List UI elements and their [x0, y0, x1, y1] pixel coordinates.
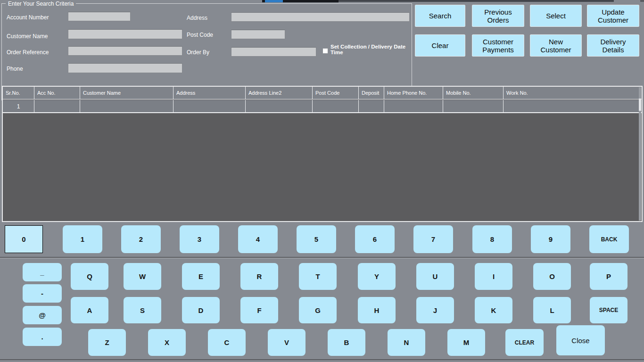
key-f[interactable]: F — [240, 297, 278, 323]
key-back[interactable]: BACK — [589, 225, 629, 253]
grid-cell[interactable] — [313, 100, 359, 112]
key-l[interactable]: L — [533, 297, 571, 323]
key-0[interactable]: 0 — [5, 225, 43, 253]
account-number-input[interactable] — [68, 12, 131, 21]
key-v[interactable]: V — [268, 329, 305, 356]
key-d[interactable]: D — [182, 297, 220, 323]
key-clear[interactable]: CLEAR — [505, 329, 544, 356]
key-5[interactable]: 5 — [297, 225, 336, 253]
grid-header-cell-post-code[interactable]: Post Code — [313, 87, 359, 99]
grid-cell-sr-no[interactable]: 1 — [3, 100, 34, 112]
key-k[interactable]: K — [475, 297, 512, 323]
select-button[interactable]: Select — [530, 5, 582, 27]
grid-data-row[interactable]: 1 — [3, 100, 642, 113]
phone-input[interactable] — [68, 63, 182, 73]
grid-cell[interactable] — [173, 100, 246, 112]
post-code-input[interactable] — [231, 30, 285, 39]
grid-cell[interactable] — [504, 100, 642, 112]
grid-header-cell-acc-no[interactable]: Acc No. — [34, 87, 80, 99]
key-n[interactable]: N — [388, 329, 425, 356]
key-o[interactable]: O — [533, 263, 571, 290]
key-_[interactable]: _ — [23, 263, 62, 281]
top-window-sliver-corner — [640, 0, 644, 2]
grid-cell[interactable] — [359, 100, 384, 112]
key-6[interactable]: 6 — [355, 225, 395, 253]
key-j[interactable]: J — [416, 297, 454, 323]
order-by-label: Order By — [187, 49, 209, 56]
key-4[interactable]: 4 — [238, 225, 278, 253]
key-x[interactable]: X — [148, 329, 186, 356]
key-y[interactable]: Y — [358, 263, 396, 290]
top-window-sliver-accent — [265, 0, 283, 2]
key-space[interactable]: SPACE — [590, 297, 627, 323]
key-r[interactable]: R — [240, 263, 278, 290]
key-u[interactable]: U — [416, 263, 454, 290]
phone-label: Phone — [7, 66, 23, 72]
customer-name-label: Customer Name — [7, 33, 48, 40]
grid-scrollbar-thumb[interactable] — [639, 99, 641, 111]
customer-search-screen: Enter Your Search Criteria Account Numbe… — [0, 0, 644, 362]
address-input[interactable] — [231, 12, 410, 22]
key-8[interactable]: 8 — [472, 225, 512, 253]
set-collection-delivery-label: Set Collection / Delivery Date Time — [330, 44, 412, 55]
key-s[interactable]: S — [124, 297, 161, 323]
grid-header-row: Sr.No.Acc No.Customer NameAddressAddress… — [3, 87, 642, 99]
clear-button[interactable]: Clear — [415, 34, 465, 57]
update-customer-button[interactable]: Update Customer — [587, 5, 639, 27]
key--[interactable]: - — [23, 284, 62, 303]
key-h[interactable]: H — [358, 297, 396, 323]
key-1[interactable]: 1 — [63, 225, 102, 253]
set-collection-delivery-checkbox[interactable] — [322, 48, 328, 54]
key-g[interactable]: G — [299, 297, 337, 323]
new-customer-button[interactable]: New Customer — [530, 34, 582, 57]
key-a[interactable]: A — [71, 297, 108, 323]
key-w[interactable]: W — [124, 263, 161, 290]
grid-header-cell-customer-name[interactable]: Customer Name — [80, 87, 173, 99]
key-@[interactable]: @ — [23, 306, 62, 324]
grid-cell[interactable] — [246, 100, 313, 112]
post-code-label: Post Code — [187, 32, 213, 38]
order-by-input[interactable] — [231, 47, 316, 57]
delivery-details-button[interactable]: Delivery Details — [587, 34, 639, 57]
key-e[interactable]: E — [182, 263, 220, 290]
keyboard-divider-bottom — [0, 359, 644, 360]
customer-payments-button[interactable]: Customer Payments — [472, 34, 524, 57]
order-reference-input[interactable] — [68, 46, 182, 56]
grid-scrollbar[interactable] — [639, 87, 641, 221]
key-i[interactable]: I — [475, 263, 512, 290]
key-z[interactable]: Z — [88, 329, 126, 356]
previous-orders-button[interactable]: Previous Orders — [472, 5, 524, 27]
grid-cell[interactable] — [34, 100, 80, 112]
grid-header-cell-address[interactable]: Address — [173, 87, 246, 99]
grid-header-cell-home-phone-no[interactable]: Home Phone No. — [384, 87, 443, 99]
address-label: Address — [187, 15, 207, 21]
key-c[interactable]: C — [208, 329, 246, 356]
grid-cell[interactable] — [443, 100, 504, 112]
key-3[interactable]: 3 — [180, 225, 219, 253]
top-window-sliver-tail — [339, 0, 614, 2]
groupbox-title: Enter Your Search Criteria — [6, 0, 76, 7]
key-9[interactable]: 9 — [531, 225, 570, 253]
keyboard-divider-top-highlight — [0, 258, 644, 258]
key-2[interactable]: 2 — [121, 225, 161, 253]
key-7[interactable]: 7 — [413, 225, 453, 253]
grid-header-cell-mobile-no[interactable]: Mobile No. — [443, 87, 504, 99]
grid-header-cell-address-line2[interactable]: Address Line2 — [246, 87, 313, 99]
grid-header-cell-work-no[interactable]: Work No. — [504, 87, 642, 99]
key-close[interactable]: Close — [556, 325, 605, 355]
key-.[interactable]: . — [23, 328, 62, 346]
key-t[interactable]: T — [299, 263, 337, 290]
key-m[interactable]: M — [447, 329, 485, 356]
key-q[interactable]: Q — [71, 263, 108, 290]
key-p[interactable]: P — [590, 263, 627, 290]
account-number-label: Account Number — [7, 14, 49, 21]
grid-header-cell-deposit[interactable]: Deposit — [359, 87, 384, 99]
grid-cell[interactable] — [80, 100, 173, 112]
grid-cell[interactable] — [384, 100, 443, 112]
customer-results-grid: Sr.No.Acc No.Customer NameAddressAddress… — [2, 86, 643, 222]
key-b[interactable]: B — [328, 329, 365, 356]
customer-name-input[interactable] — [68, 29, 182, 39]
search-button[interactable]: Search — [415, 5, 465, 27]
order-reference-label: Order Reference — [7, 49, 49, 56]
grid-header-cell-sr-no[interactable]: Sr.No. — [3, 87, 34, 99]
